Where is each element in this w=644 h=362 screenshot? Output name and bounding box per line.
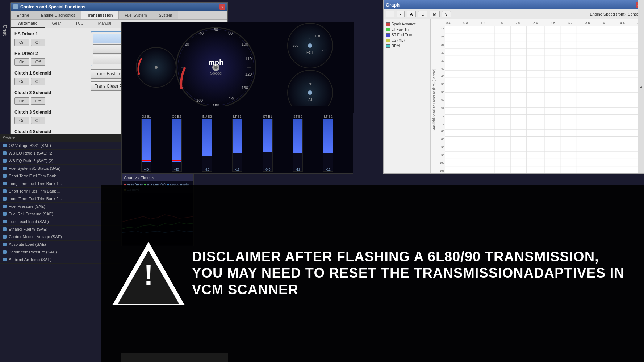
y-label-10: 65 bbox=[441, 106, 444, 109]
status-section-label: Status: bbox=[3, 136, 15, 140]
graph-grid-area bbox=[445, 26, 644, 173]
y-label-12: 75 bbox=[441, 122, 444, 125]
y-label-6: 45 bbox=[441, 75, 444, 78]
data-list-item-4[interactable]: Short Term Fuel Trim Bank ... bbox=[0, 172, 121, 180]
svg-point-32 bbox=[308, 90, 312, 95]
window-close-button[interactable]: × bbox=[219, 4, 225, 10]
graph-zoom-in[interactable]: + bbox=[386, 11, 394, 17]
data-dot-7 bbox=[3, 197, 7, 201]
y-label-5: 40 bbox=[441, 67, 444, 70]
solenoid-1-on[interactable]: On bbox=[14, 58, 29, 66]
subtab-automatic[interactable]: Automatic bbox=[11, 20, 45, 28]
solenoid-group-3: Clutch 2 Solenoid On Off bbox=[14, 90, 83, 105]
graph-label-v[interactable]: V bbox=[442, 11, 451, 17]
legend-label-2: ST Fuel Trim bbox=[392, 33, 412, 37]
data-dot-13 bbox=[3, 243, 7, 246]
x-label-7: 3.2 bbox=[568, 21, 573, 25]
graph-y-labels: 15 20 25 30 35 40 45 50 55 60 65 70 75 8… bbox=[437, 26, 445, 173]
bar-group-2: INJ B2 -25 bbox=[193, 115, 221, 172]
data-list-item-1[interactable]: WB EQ Ratio 1 (SAE) (2) bbox=[0, 150, 121, 157]
solenoid-group-4: Clutch 3 Solenoid On Off bbox=[14, 110, 83, 124]
legend-label-4: RPM bbox=[392, 44, 400, 48]
graph-zoom-out[interactable]: - bbox=[397, 11, 405, 17]
solenoid-label-4: Clutch 3 Solenoid bbox=[14, 110, 83, 115]
collapse-icon: ◄ bbox=[639, 85, 643, 89]
tab-engine[interactable]: Engine bbox=[11, 11, 35, 19]
y-label-9: 60 bbox=[441, 98, 444, 101]
x-label-0: 0.4 bbox=[446, 21, 451, 25]
data-dot-5 bbox=[3, 182, 7, 185]
svg-text:180: 180 bbox=[314, 34, 320, 38]
disclaimer-overlay: ! DISCLAIMER AFTER FLASHING A 6L80/90 TR… bbox=[101, 185, 644, 362]
legend-lt-fuel-trim[interactable]: LT Fuel Trim bbox=[386, 27, 428, 32]
svg-text:130: 130 bbox=[242, 85, 248, 90]
graph-speed-label: Engine Speed (rpm) [Sensor] bbox=[590, 12, 641, 16]
y-label-8: 55 bbox=[441, 90, 444, 94]
data-dot-1 bbox=[3, 151, 7, 155]
svg-text:120: 120 bbox=[245, 72, 252, 76]
svg-text:20: 20 bbox=[185, 42, 189, 46]
x-label-5: 2.4 bbox=[533, 21, 538, 25]
graph-titlebar: Graph × bbox=[384, 0, 644, 9]
solenoid-4-on[interactable]: On bbox=[14, 117, 29, 124]
legend-label-0: Spark Advance bbox=[392, 22, 416, 26]
x-label-3: 1.6 bbox=[498, 21, 503, 25]
data-dot-2 bbox=[3, 159, 7, 163]
graph-y-axis-label-area: Manifold Absolute Pressure (kPa) [Sensor… bbox=[431, 26, 437, 173]
bar-group-6: LT B2 -12 bbox=[314, 115, 342, 172]
window-icon bbox=[13, 4, 18, 9]
legend-spark-advance[interactable]: Spark Advance bbox=[386, 21, 428, 27]
bar-5: -12 bbox=[293, 119, 303, 172]
legend-o2-mv[interactable]: O2 (mv) bbox=[386, 38, 428, 43]
solenoid-4-off[interactable]: Off bbox=[31, 117, 45, 124]
tab-engine-diagnostics[interactable]: Engine Diagnostics bbox=[35, 11, 81, 19]
solenoid-label-5: Clutch 4 Solenoid bbox=[14, 129, 83, 134]
solenoid-2-on[interactable]: On bbox=[14, 78, 29, 85]
graph-label-c[interactable]: C bbox=[418, 11, 427, 17]
subtab-gear[interactable]: Gear bbox=[45, 20, 68, 28]
data-list-item-3[interactable]: Fuel System #1 Status (SAE) bbox=[0, 165, 121, 172]
graph-y-axis-label: Manifold Absolute Pressure (kPa) [Sensor… bbox=[432, 69, 436, 131]
svg-text:40: 40 bbox=[199, 31, 204, 35]
tab-system[interactable]: System bbox=[153, 11, 179, 19]
chart-close-button[interactable]: × bbox=[152, 176, 154, 180]
solenoid-label-1: HS Driver 2 bbox=[14, 51, 83, 56]
legend-label-3: O2 (mv) bbox=[392, 38, 405, 42]
chart-titlebar: Chart vs. Time × bbox=[122, 174, 193, 181]
data-list-item-2[interactable]: WB EQ Ratio 5 (SAE) (2) bbox=[0, 157, 121, 165]
solenoid-1-off[interactable]: Off bbox=[31, 58, 45, 66]
data-dot-0 bbox=[3, 144, 7, 147]
subtab-manual[interactable]: Manual bbox=[91, 20, 118, 28]
solenoid-3-on[interactable]: On bbox=[14, 97, 29, 105]
tab-fuel-system[interactable]: Fuel System bbox=[119, 11, 153, 19]
x-label-4: 2.0 bbox=[516, 21, 520, 25]
y-label-2: 25 bbox=[441, 43, 444, 46]
svg-text:°F: °F bbox=[308, 37, 312, 41]
svg-text:Speed: Speed bbox=[210, 71, 222, 75]
graph-label-m[interactable]: M bbox=[430, 11, 439, 17]
subtab-tcc[interactable]: TCC bbox=[68, 20, 91, 28]
y-label-3: 30 bbox=[441, 51, 444, 54]
data-list-item-0[interactable]: O2 Voltage B2S1 (SAE) bbox=[0, 142, 121, 150]
solenoid-0-on[interactable]: On bbox=[14, 39, 29, 46]
legend-rpm[interactable]: RPM bbox=[386, 43, 428, 49]
bar-3: -12 bbox=[232, 119, 242, 172]
graph-x-labels-row: 0.4 0.8 1.2 1.6 2.0 2.4 2.8 3.2 3.6 4.0 … bbox=[431, 19, 644, 26]
bar-2: -25 bbox=[202, 119, 212, 172]
status-section: Status: bbox=[0, 134, 121, 142]
legend-st-fuel-trim[interactable]: ST Fuel Trim bbox=[386, 32, 428, 38]
solenoid-3-off[interactable]: Off bbox=[31, 97, 45, 105]
solenoid-0-off[interactable]: Off bbox=[31, 39, 45, 46]
graph-collapse-arrow[interactable]: ◄ bbox=[638, 19, 644, 173]
bar-group-4: ST B1 -0.0 bbox=[254, 115, 281, 172]
y-label-0: 15 bbox=[441, 28, 444, 31]
solenoid-2-off[interactable]: Off bbox=[31, 78, 45, 85]
svg-text:IAT: IAT bbox=[308, 98, 313, 102]
x-label-1: 0.8 bbox=[463, 21, 468, 25]
tab-transmission[interactable]: Transmission bbox=[81, 11, 119, 19]
gauge-area: 20 40 60 80 100 110 120 130 140 150 160 … bbox=[121, 22, 353, 174]
graph-label-a[interactable]: A bbox=[407, 11, 416, 17]
disclaimer-text: DISCLAIMER AFTER FLASHING A 6L80/90 TRAN… bbox=[192, 249, 630, 298]
bar-charts: O2 B1 -40 O2 B2 -40 INJ B2 bbox=[122, 106, 353, 173]
x-label-10: 4.4 bbox=[620, 21, 625, 25]
